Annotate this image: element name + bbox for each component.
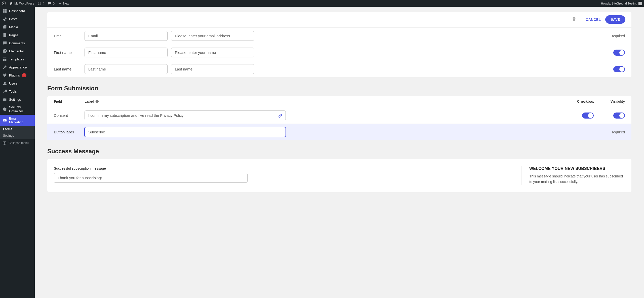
site-link[interactable]: My WordPress — [9, 2, 34, 5]
section-title-success: Success Message — [47, 148, 631, 155]
th-field: Field — [54, 99, 85, 103]
plug-icon — [3, 73, 7, 78]
info-icon — [95, 100, 99, 103]
settings-icon — [3, 97, 7, 102]
menu-tools[interactable]: Tools — [0, 87, 35, 95]
svg-point-12 — [4, 100, 5, 101]
field-name: Last name — [54, 67, 81, 71]
submenu: Forms Settings — [0, 126, 35, 139]
checkbox-toggle[interactable] — [582, 113, 594, 119]
field-name: First name — [54, 50, 81, 55]
visibility-toggle[interactable] — [613, 113, 625, 119]
field-row-email: Email required — [47, 27, 631, 44]
cancel-button[interactable]: CANCEL — [586, 18, 601, 22]
trash-icon — [572, 17, 576, 21]
menu-appearance[interactable]: Appearance — [0, 63, 35, 71]
page-icon — [3, 33, 7, 37]
wordpress-icon — [2, 2, 6, 5]
main-content: CANCEL SAVE Email required First name La… — [35, 7, 644, 298]
welcome-text: This message should indicate that your u… — [529, 173, 625, 185]
home-icon — [9, 2, 13, 5]
fields-card: CANCEL SAVE Email required First name La… — [47, 12, 631, 77]
menu-dashboard[interactable]: Dashboard — [0, 7, 35, 15]
field-row-firstname: First name — [47, 44, 631, 61]
menu-users[interactable]: Users — [0, 79, 35, 87]
shield-icon — [3, 107, 7, 111]
visibility-toggle[interactable] — [613, 66, 625, 72]
collapse-menu[interactable]: Collapse menu — [0, 139, 35, 147]
user-icon — [3, 81, 7, 86]
success-message-input[interactable] — [54, 173, 248, 183]
table-header: Field Label Checkbox Visibility — [47, 96, 631, 107]
row-button-label: Button label required — [47, 124, 631, 140]
email-placeholder-input[interactable] — [171, 31, 254, 41]
th-checkbox: Checkbox — [577, 99, 605, 103]
menu-security[interactable]: Security Optimizer — [0, 103, 35, 115]
field-row-lastname: Last name — [47, 61, 631, 77]
menu-email-marketing[interactable]: Email Marketing — [0, 115, 35, 126]
refresh-icon — [37, 2, 41, 5]
th-visibility: Visibility — [605, 99, 625, 103]
plugin-badge: 1 — [22, 73, 26, 77]
svg-rect-13 — [3, 119, 7, 122]
updates-link[interactable]: 4 — [37, 2, 44, 5]
submenu-forms[interactable]: Forms — [0, 126, 35, 132]
menu-media[interactable]: Media — [0, 23, 35, 31]
lastname-label-input[interactable] — [85, 64, 168, 74]
svg-point-17 — [97, 100, 97, 101]
required-text: required — [577, 130, 625, 134]
elementor-icon — [3, 49, 7, 53]
menu-elementor[interactable]: Elementor — [0, 47, 35, 55]
svg-point-11 — [5, 99, 6, 100]
svg-rect-2 — [4, 50, 4, 52]
row-consent: Consent — [47, 107, 631, 124]
templates-icon — [3, 57, 7, 61]
visibility-toggle[interactable] — [613, 50, 625, 56]
svg-rect-4 — [5, 51, 6, 51]
avatar-icon — [638, 2, 642, 5]
media-icon — [3, 25, 7, 29]
menu-plugins[interactable]: Plugins1 — [0, 71, 35, 79]
submenu-settings[interactable]: Settings — [0, 132, 35, 139]
svg-rect-16 — [97, 101, 97, 102]
pin-icon — [3, 17, 7, 21]
wp-logo[interactable] — [2, 2, 6, 5]
dashboard-icon — [3, 9, 7, 13]
menu-pages[interactable]: Pages — [0, 31, 35, 39]
brush-icon — [3, 65, 7, 69]
consent-input[interactable] — [85, 110, 286, 120]
plus-icon — [58, 2, 62, 5]
success-label: Successful subscription message — [54, 166, 515, 170]
admin-bar: My WordPress 4 0 New Howdy, SiteGround T… — [0, 0, 644, 7]
firstname-label-input[interactable] — [85, 48, 168, 57]
menu-posts[interactable]: Posts — [0, 15, 35, 23]
th-label: Label — [85, 99, 577, 103]
email-icon — [3, 118, 7, 123]
field-name: Button label — [54, 130, 85, 134]
new-link[interactable]: New — [58, 2, 69, 5]
wrench-icon — [3, 89, 7, 94]
link-icon[interactable] — [278, 114, 282, 118]
howdy-link[interactable]: Howdy, SiteGround Testing — [601, 2, 642, 5]
svg-point-10 — [4, 98, 5, 99]
admin-sidebar: Dashboard Posts Media Pages Comments Ele… — [0, 7, 35, 298]
comments-link[interactable]: 0 — [48, 2, 55, 5]
menu-settings[interactable]: Settings — [0, 95, 35, 103]
field-name: Consent — [54, 113, 85, 118]
comment-icon — [48, 2, 52, 5]
lastname-placeholder-input[interactable] — [171, 64, 254, 74]
menu-templates[interactable]: Templates — [0, 55, 35, 63]
firstname-placeholder-input[interactable] — [171, 48, 254, 57]
svg-rect-3 — [5, 50, 6, 51]
svg-rect-5 — [5, 52, 6, 52]
button-label-input[interactable] — [85, 127, 286, 137]
section-title-submission: Form Submission — [47, 85, 631, 92]
welcome-heading: WELCOME YOUR NEW SUBSCRIBERS — [529, 166, 625, 171]
email-label-input[interactable] — [85, 31, 168, 41]
save-button[interactable]: SAVE — [605, 15, 625, 24]
menu-comments[interactable]: Comments — [0, 39, 35, 47]
required-text: required — [612, 34, 625, 38]
delete-button[interactable] — [572, 17, 581, 22]
field-name: Email — [54, 34, 81, 38]
card-actions: CANCEL SAVE — [47, 12, 631, 27]
